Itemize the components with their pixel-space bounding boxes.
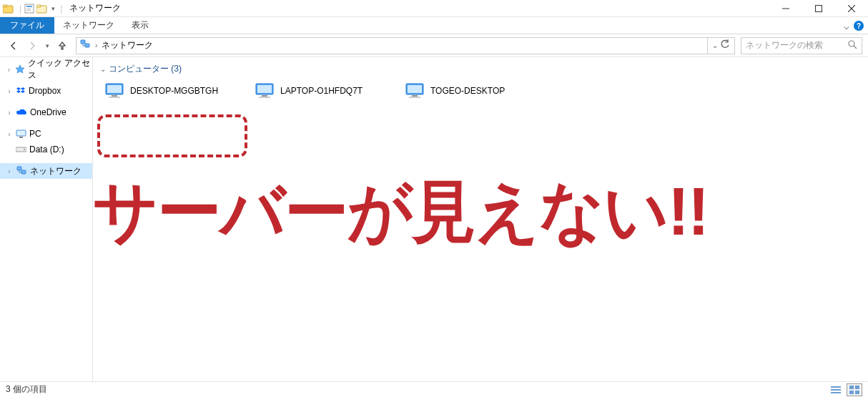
expand-icon[interactable]: › — [6, 109, 13, 117]
explorer-icon — [3, 4, 14, 14]
search-icon — [848, 40, 857, 52]
computer-icon — [255, 82, 275, 99]
window-title: ネットワーク — [69, 2, 121, 14]
network-icon — [16, 166, 27, 176]
svg-rect-7 — [36, 5, 41, 7]
svg-rect-27 — [257, 85, 272, 93]
sidebar-item-pc[interactable]: › PC — [0, 126, 92, 142]
svg-rect-33 — [409, 97, 420, 98]
sidebar-item-label: OneDrive — [30, 107, 66, 117]
sidebar: › クイック アクセス › Dropbox › OneDrive › — [0, 57, 93, 381]
svg-rect-39 — [849, 391, 854, 394]
separator: | — [60, 4, 62, 14]
sidebar-item-drive-d[interactable]: Data (D:) — [0, 142, 92, 157]
svg-rect-3 — [26, 6, 32, 7]
svg-rect-13 — [85, 44, 89, 47]
drive-icon — [16, 146, 26, 153]
expand-icon[interactable]: › — [6, 87, 13, 95]
computer-icon — [405, 82, 425, 99]
svg-line-15 — [854, 46, 857, 49]
address-dropdown-icon[interactable]: ⌄ — [712, 41, 718, 49]
svg-rect-38 — [855, 386, 859, 389]
svg-rect-4 — [26, 9, 31, 9]
svg-rect-25 — [109, 97, 120, 98]
dropdown-icon[interactable]: ▾ — [51, 5, 55, 12]
sidebar-item-dropbox[interactable]: › Dropbox — [0, 83, 92, 99]
sidebar-item-onedrive[interactable]: › OneDrive — [0, 104, 92, 120]
computer-item[interactable]: LAPTOP-O1HFDQ7T — [247, 78, 398, 104]
properties-icon[interactable] — [24, 4, 34, 14]
computer-item[interactable]: DESKTOP-MGGBTGH — [97, 78, 247, 104]
svg-rect-36 — [831, 392, 841, 393]
network-icon — [79, 39, 91, 52]
nav-back-button[interactable] — [6, 38, 21, 54]
expand-icon[interactable]: › — [6, 130, 13, 138]
separator: | — [19, 4, 21, 14]
expand-icon[interactable]: › — [6, 167, 13, 175]
ribbon-collapse-icon[interactable]: ⌵ — [844, 21, 849, 31]
svg-rect-16 — [16, 130, 26, 136]
nav-up-button[interactable] — [54, 38, 70, 54]
refresh-icon[interactable] — [720, 39, 730, 52]
svg-rect-9 — [816, 5, 822, 11]
help-icon[interactable]: ? — [854, 21, 864, 31]
search-input[interactable]: ネットワークの検索 — [741, 37, 862, 54]
nav-forward-button[interactable] — [24, 38, 40, 54]
breadcrumb-arrow-icon: › — [95, 41, 97, 49]
address-bar[interactable]: › ネットワーク ⌄ — [76, 37, 735, 54]
svg-rect-21 — [21, 170, 26, 174]
title-bar: | ▾ | ネットワーク — [0, 0, 868, 17]
svg-point-19 — [24, 149, 25, 150]
nav-recent-icon[interactable]: ▾ — [43, 38, 51, 54]
computer-name: TOGEO-DESKTOP — [430, 86, 505, 96]
sidebar-item-label: ネットワーク — [30, 165, 82, 177]
sidebar-item-network[interactable]: › ネットワーク — [0, 163, 92, 179]
computer-icon — [104, 82, 124, 99]
svg-rect-20 — [17, 167, 21, 170]
navigation-bar: ▾ › ネットワーク ⌄ ネットワークの検索 — [0, 34, 868, 57]
minimize-button[interactable] — [769, 0, 802, 17]
search-placeholder: ネットワークの検索 — [746, 39, 823, 52]
svg-rect-17 — [19, 137, 23, 138]
computer-name: LAPTOP-O1HFDQ7T — [280, 86, 363, 96]
sidebar-item-label: Data (D:) — [29, 144, 64, 155]
computer-item[interactable]: TOGEO-DESKTOP — [398, 78, 548, 104]
svg-rect-32 — [412, 95, 418, 97]
view-details-button[interactable] — [828, 383, 844, 396]
view-tiles-button[interactable] — [847, 383, 862, 396]
svg-rect-23 — [107, 85, 122, 93]
maximize-button[interactable] — [802, 0, 835, 17]
star-icon — [15, 64, 25, 74]
folder-icon[interactable] — [36, 4, 48, 14]
sidebar-item-label: PC — [29, 129, 41, 139]
svg-rect-5 — [26, 10, 31, 11]
ribbon-tab-view[interactable]: 表示 — [123, 17, 157, 34]
computer-name: DESKTOP-MGGBTGH — [130, 86, 218, 96]
svg-rect-24 — [112, 95, 117, 97]
sidebar-item-quick-access[interactable]: › クイック アクセス — [0, 62, 92, 77]
svg-rect-1 — [3, 5, 7, 7]
status-text: 3 個の項目 — [6, 383, 47, 396]
ribbon-tab-network[interactable]: ネットワーク — [54, 17, 123, 34]
svg-point-14 — [849, 41, 854, 46]
close-button[interactable] — [835, 0, 868, 17]
status-bar: 3 個の項目 — [0, 381, 868, 397]
dropbox-icon — [16, 86, 26, 96]
annotation-dashed-box — [97, 114, 247, 157]
ribbon-file-tab[interactable]: ファイル — [0, 17, 54, 34]
sidebar-item-label: Dropbox — [29, 86, 61, 96]
svg-rect-35 — [831, 389, 841, 391]
group-header-computers[interactable]: ⌄ コンピューター (3) — [97, 63, 868, 75]
svg-rect-29 — [259, 97, 270, 98]
expand-icon[interactable]: › — [6, 66, 12, 74]
svg-rect-34 — [831, 386, 841, 388]
group-header-label: コンピューター (3) — [109, 63, 182, 75]
svg-rect-28 — [262, 95, 267, 97]
chevron-down-icon[interactable]: ⌄ — [100, 65, 106, 73]
svg-rect-37 — [849, 386, 854, 389]
sidebar-item-label: クイック アクセス — [28, 57, 92, 82]
svg-rect-40 — [855, 391, 859, 394]
annotation-overlay-text: サーバーが見えない!! — [93, 177, 865, 245]
svg-rect-31 — [408, 85, 422, 93]
ribbon-tabs: ファイル ネットワーク 表示 ⌵ ? — [0, 17, 868, 34]
